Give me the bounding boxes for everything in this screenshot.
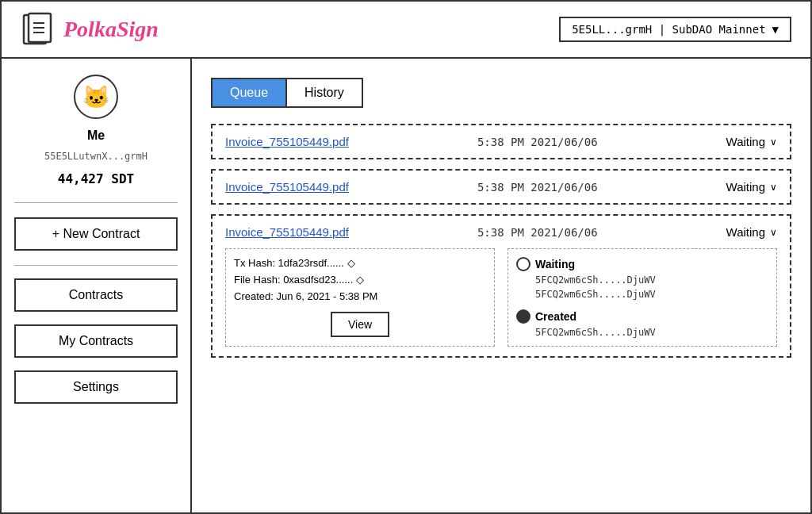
tab-queue[interactable]: Queue xyxy=(211,78,285,108)
detail-right: Waiting 5FCQ2wm6cSh.....DjuWV 5FCQ2wm6cS… xyxy=(508,248,777,347)
contract-filename[interactable]: Invoice_755105449.pdf xyxy=(225,225,349,239)
tab-bar: Queue History xyxy=(211,78,791,108)
logo-icon xyxy=(21,12,56,47)
main-layout: 🐱 Me 55E5LLutwnX...grmH 44,427 SDT + New… xyxy=(2,59,810,514)
chevron-icon: ∨ xyxy=(770,182,777,193)
wallet-button[interactable]: 5E5LL...grmH | SubDAO Mainnet ▼ xyxy=(559,17,791,42)
avatar: 🐱 xyxy=(74,75,118,119)
created-circle xyxy=(516,309,530,324)
waiting-label: Waiting xyxy=(535,258,575,270)
contract-timestamp: 5:38 PM 2021/06/06 xyxy=(349,226,726,239)
created-label: Created: Jun 6, 2021 - 5:38 PM xyxy=(234,290,377,302)
contract-row[interactable]: Invoice_755105449.pdf 5:38 PM 2021/06/06… xyxy=(211,124,791,159)
contract-row-expanded: Invoice_755105449.pdf 5:38 PM 2021/06/06… xyxy=(211,214,791,358)
new-contract-button[interactable]: + New Contract xyxy=(14,217,178,251)
user-balance: 44,427 SDT xyxy=(58,171,134,186)
copy-icon-2[interactable]: ◇ xyxy=(356,274,364,286)
contract-row[interactable]: Invoice_755105449.pdf 5:38 PM 2021/06/06… xyxy=(211,169,791,205)
logo-text: PolkaSign xyxy=(63,17,159,42)
contract-timestamp: 5:38 PM 2021/06/06 xyxy=(349,181,726,194)
view-button[interactable]: View xyxy=(331,312,389,337)
copy-icon[interactable]: ◇ xyxy=(347,257,355,269)
sidebar-item-my-contracts[interactable]: My Contracts xyxy=(14,324,178,358)
user-address: 55E5LLutwnX...grmH xyxy=(44,151,147,162)
waiting-address-2: 5FCQ2wm6cSh.....DjuWV xyxy=(516,289,768,300)
contract-filename[interactable]: Invoice_755105449.pdf xyxy=(225,180,349,194)
sidebar-item-contracts[interactable]: Contracts xyxy=(14,278,178,312)
sidebar-divider-2 xyxy=(14,265,178,266)
created-row: Created: Jun 6, 2021 - 5:38 PM xyxy=(234,290,486,302)
contract-status: Waiting ∨ xyxy=(726,135,777,148)
file-hash-row: File Hash: 0xasdfsd23...... ◇ xyxy=(234,274,486,286)
detail-left: Tx Hash: 1dfa23rsdf...... ◇ File Hash: 0… xyxy=(225,248,495,347)
contract-status: Waiting ∨ xyxy=(726,180,777,194)
contract-status: Waiting ∨ xyxy=(726,225,777,239)
contract-timestamp: 5:38 PM 2021/06/06 xyxy=(349,136,726,148)
created-status-label: Created xyxy=(535,310,576,323)
chevron-icon: ∨ xyxy=(770,136,777,148)
logo-area: PolkaSign xyxy=(21,12,159,47)
tx-hash-row: Tx Hash: 1dfa23rsdf...... ◇ xyxy=(234,257,486,269)
chevron-icon: ∨ xyxy=(770,227,777,238)
waiting-circle xyxy=(516,257,530,271)
sidebar-divider xyxy=(14,202,178,203)
wallet-label: 5E5LL...grmH | SubDAO Mainnet xyxy=(572,23,765,36)
waiting-status-item: Waiting xyxy=(516,257,768,271)
contract-detail: Tx Hash: 1dfa23rsdf...... ◇ File Hash: 0… xyxy=(225,248,777,347)
contract-row-header[interactable]: Invoice_755105449.pdf 5:38 PM 2021/06/06… xyxy=(225,225,777,239)
chevron-down-icon: ▼ xyxy=(772,23,779,36)
waiting-address-1: 5FCQ2wm6cSh.....DjuWV xyxy=(516,274,768,286)
created-address-1: 5FCQ2wm6cSh.....DjuWV xyxy=(516,327,768,338)
sidebar: 🐱 Me 55E5LLutwnX...grmH 44,427 SDT + New… xyxy=(2,59,192,514)
file-hash-label: File Hash: 0xasdfsd23...... xyxy=(234,274,353,286)
contract-filename[interactable]: Invoice_755105449.pdf xyxy=(225,135,349,148)
header: PolkaSign 5E5LL...grmH | SubDAO Mainnet … xyxy=(2,2,810,59)
sidebar-item-settings[interactable]: Settings xyxy=(14,370,178,404)
content-area: Queue History Invoice_755105449.pdf 5:38… xyxy=(192,59,810,514)
tab-history[interactable]: History xyxy=(285,78,363,108)
tx-hash-label: Tx Hash: 1dfa23rsdf...... xyxy=(234,257,344,269)
created-status-item: Created xyxy=(516,309,768,324)
user-name: Me xyxy=(87,128,105,143)
